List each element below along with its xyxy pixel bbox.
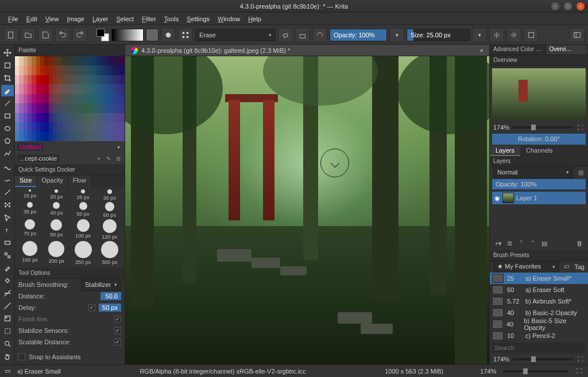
save-button[interactable] — [38, 28, 53, 42]
palette-swatch[interactable] — [19, 122, 23, 131]
overview-zoom-slider[interactable] — [513, 126, 573, 129]
palette-swatch[interactable] — [19, 113, 23, 122]
freehand-path-tool[interactable] — [1, 173, 14, 185]
palette-swatch[interactable] — [49, 113, 53, 122]
palette-swatch[interactable] — [112, 113, 116, 122]
palette-swatch[interactable] — [65, 132, 69, 141]
brush-size-preset[interactable]: 200 px — [44, 241, 69, 265]
palette-edit-icon[interactable]: ✎ — [105, 154, 113, 162]
palette-swatch[interactable] — [87, 94, 91, 103]
menu-filter[interactable]: Filter — [138, 14, 159, 24]
palette-swatch[interactable] — [57, 103, 61, 112]
redo-button[interactable] — [72, 28, 87, 42]
palette-swatch[interactable] — [78, 75, 82, 84]
palette-swatch[interactable] — [95, 56, 99, 65]
palette-swatch[interactable] — [28, 103, 32, 112]
preset-search[interactable]: Search — [492, 343, 586, 353]
palette-swatch[interactable] — [74, 103, 78, 112]
finish-line-checkbox[interactable] — [114, 316, 121, 322]
brush-size-preset[interactable]: 30 px — [97, 189, 122, 201]
palette-swatch[interactable] — [57, 65, 61, 75]
palette-swatch[interactable] — [95, 75, 99, 84]
brush-preset-item[interactable]: 10c) Pencil-2 — [490, 330, 588, 341]
menu-settings[interactable]: Settings — [183, 14, 213, 24]
palette-swatch[interactable] — [87, 75, 91, 84]
menu-help[interactable]: Help — [245, 14, 265, 24]
palette-swatch[interactable] — [103, 75, 107, 84]
palette-swatch[interactable] — [116, 113, 120, 122]
palette-swatch[interactable] — [44, 122, 48, 131]
palette-swatch[interactable] — [19, 84, 23, 94]
palette-swatch[interactable] — [91, 65, 95, 75]
mirror-v-button[interactable] — [506, 28, 521, 42]
palette-swatch[interactable] — [53, 65, 57, 75]
size-menu-button[interactable]: ▾ — [472, 28, 487, 42]
palette-swatch[interactable] — [57, 84, 61, 94]
reload-brush-button[interactable] — [312, 28, 327, 42]
palette-swatch[interactable] — [108, 113, 112, 122]
palette-swatch[interactable] — [49, 56, 53, 65]
quick-tab-opacity[interactable]: Opacity — [37, 176, 68, 187]
palette-swatch[interactable] — [61, 122, 65, 131]
palette-swatch[interactable] — [40, 56, 44, 65]
new-file-button[interactable] — [3, 28, 18, 42]
pan-tool[interactable] — [1, 351, 14, 362]
zoom-tool[interactable] — [1, 338, 14, 349]
window-minimize-button[interactable]: − — [551, 2, 559, 10]
blend-mode-combo[interactable]: Erase — [195, 29, 276, 41]
palette-swatch[interactable] — [121, 132, 125, 141]
palette-swatch[interactable] — [78, 122, 82, 131]
palette-swatch[interactable] — [116, 103, 120, 112]
palette-swatch[interactable] — [28, 65, 32, 75]
snap-checkbox[interactable] — [18, 353, 25, 360]
palette-swatch[interactable] — [121, 65, 125, 75]
palette-swatches[interactable] — [15, 56, 125, 141]
undo-button[interactable] — [55, 28, 70, 42]
palette-swatch[interactable] — [103, 65, 107, 75]
brush-tool[interactable] — [1, 85, 14, 96]
palette-swatch[interactable] — [91, 113, 95, 122]
palette-swatch[interactable] — [83, 113, 87, 122]
palette-swatch[interactable] — [83, 122, 87, 131]
palette-delete-icon[interactable]: ⊘ — [114, 154, 122, 162]
brush-size-preset[interactable]: 70 px — [17, 219, 42, 240]
quick-tab-size[interactable]: Size — [15, 176, 37, 187]
crop-tool[interactable] — [1, 72, 14, 84]
palette-swatch[interactable] — [49, 122, 53, 131]
palette-swatch[interactable] — [40, 84, 44, 94]
palette-swatch[interactable] — [24, 122, 28, 131]
palette-swatch[interactable] — [65, 65, 69, 75]
palette-swatch[interactable] — [69, 103, 74, 112]
visibility-icon[interactable]: ◉ — [494, 195, 500, 202]
palette-swatch[interactable] — [99, 75, 103, 84]
palette-swatch[interactable] — [74, 113, 78, 122]
move-tool[interactable] — [1, 47, 14, 59]
palette-swatch[interactable] — [121, 113, 125, 122]
palette-swatch[interactable] — [95, 84, 99, 94]
palette-swatch[interactable] — [91, 122, 95, 131]
palette-swatch[interactable] — [108, 84, 112, 94]
palette-swatch[interactable] — [49, 65, 53, 75]
brush-editor-button[interactable] — [161, 28, 176, 42]
preset-tag-combo[interactable]: ★ My Favorites — [493, 261, 559, 273]
brush-size-preset[interactable]: 16 px — [17, 189, 42, 201]
dynamic-brush-tool[interactable] — [1, 186, 14, 198]
text-tool[interactable]: T — [1, 224, 14, 236]
palette-swatch[interactable] — [69, 113, 74, 122]
palette-swatch[interactable] — [74, 75, 78, 84]
palette-swatch[interactable] — [74, 65, 78, 75]
rect-tool[interactable] — [1, 110, 14, 122]
palette-swatch[interactable] — [19, 94, 23, 103]
move-up-icon[interactable]: ˄ — [528, 239, 538, 248]
workspace-button[interactable] — [570, 28, 585, 42]
palette-swatch[interactable] — [112, 84, 116, 94]
palette-swatch[interactable] — [19, 132, 23, 141]
palette-swatch[interactable] — [24, 65, 28, 75]
document-tab-close[interactable]: × — [480, 47, 483, 54]
palette-swatch[interactable] — [32, 56, 36, 65]
palette-swatch[interactable] — [28, 113, 32, 122]
delete-layer-icon[interactable]: 🗑 — [574, 239, 585, 248]
rotation-field[interactable]: Rotation: 0.00° — [492, 134, 586, 144]
palette-swatch[interactable] — [44, 132, 48, 141]
palette-swatch[interactable] — [87, 113, 91, 122]
